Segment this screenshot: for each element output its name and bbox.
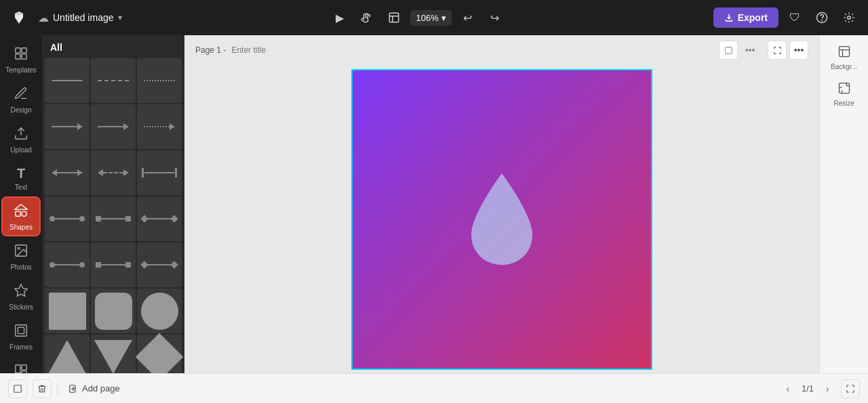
export-button[interactable]: Export bbox=[713, 7, 778, 28]
collage-icon bbox=[14, 363, 28, 373]
shape-handle-line-6[interactable] bbox=[137, 242, 182, 287]
resize-label: Resize bbox=[833, 100, 854, 107]
svg-rect-6 bbox=[16, 54, 20, 59]
shape-triangle-down[interactable] bbox=[91, 335, 136, 373]
settings-button[interactable] bbox=[838, 7, 860, 28]
photos-icon bbox=[14, 243, 28, 261]
canvas-corner-icons: ••• bbox=[719, 41, 760, 60]
expand-pages-button[interactable] bbox=[841, 379, 860, 398]
svg-rect-4 bbox=[16, 48, 20, 53]
shapes-panel-header: All bbox=[42, 35, 184, 58]
page-title-input[interactable] bbox=[231, 45, 333, 55]
sidebar-item-design[interactable]: Design bbox=[3, 81, 39, 118]
shape-line-dashed[interactable] bbox=[91, 58, 136, 103]
shape-line-end-bars[interactable] bbox=[137, 150, 182, 195]
sidebar-item-collage[interactable]: Collage bbox=[3, 358, 39, 373]
shapes-grid bbox=[42, 58, 184, 373]
zoom-level: 106% bbox=[416, 13, 438, 23]
shape-handle-line-4[interactable] bbox=[45, 242, 90, 287]
delete-page-button[interactable] bbox=[33, 379, 52, 398]
photos-label: Photos bbox=[10, 263, 31, 271]
next-page-button[interactable]: › bbox=[819, 381, 835, 397]
doc-info: ☁ Untitled image ▾ bbox=[38, 12, 122, 24]
play-button[interactable]: ▶ bbox=[329, 7, 351, 28]
topbar-right: Export 🛡 bbox=[713, 7, 860, 28]
prev-page-button[interactable]: ‹ bbox=[780, 381, 796, 397]
page-options-button[interactable] bbox=[8, 379, 27, 398]
add-page-button[interactable]: Add page bbox=[63, 381, 125, 396]
page-toolbar: ••• bbox=[768, 41, 808, 60]
shape-arrow-both-1[interactable] bbox=[45, 150, 90, 195]
upload-icon bbox=[14, 126, 28, 144]
page-label-bar: Page 1 - ••• ••• bbox=[184, 35, 819, 65]
sidebar-item-text[interactable]: T Text bbox=[3, 161, 39, 195]
doc-name[interactable]: Untitled image bbox=[53, 12, 114, 23]
redo-button[interactable]: ↪ bbox=[484, 7, 506, 28]
svg-rect-8 bbox=[16, 211, 20, 216]
shapes-label: Shapes bbox=[9, 224, 33, 231]
shape-diamond[interactable] bbox=[137, 335, 182, 373]
shape-arrow-right[interactable] bbox=[45, 104, 90, 149]
sidebar-nav: Templates Design Upload T Text Shapes bbox=[0, 35, 42, 373]
bottombar: Add page ‹ 1/1 › bbox=[0, 373, 868, 403]
sidebar-item-upload[interactable]: Upload bbox=[3, 121, 39, 158]
canvas-frame bbox=[353, 70, 651, 368]
right-panel-resize[interactable]: Resize bbox=[824, 77, 865, 111]
shape-triangle-up[interactable] bbox=[45, 335, 90, 373]
svg-rect-0 bbox=[390, 13, 399, 22]
design-icon bbox=[14, 86, 28, 104]
text-label: Text bbox=[15, 184, 27, 191]
text-icon: T bbox=[17, 166, 25, 182]
shape-handle-line-5[interactable] bbox=[91, 242, 136, 287]
sidebar-item-shapes[interactable]: Shapes bbox=[3, 198, 39, 235]
stickers-icon bbox=[14, 283, 28, 301]
app-logo[interactable] bbox=[8, 7, 30, 28]
upload-label: Upload bbox=[10, 146, 32, 154]
more-options-button[interactable]: ••• bbox=[789, 41, 808, 60]
fullscreen-button[interactable] bbox=[768, 41, 787, 60]
shape-handle-line-2[interactable] bbox=[91, 196, 136, 241]
shape-arrow-right-2[interactable] bbox=[91, 104, 136, 149]
sidebar-item-frames[interactable]: Frames bbox=[3, 318, 39, 355]
svg-rect-5 bbox=[22, 48, 26, 53]
layout-button[interactable] bbox=[383, 7, 405, 28]
canvas-scroll bbox=[184, 65, 819, 373]
right-panel-background[interactable]: Backgr... bbox=[824, 41, 865, 75]
add-page-label: Add page bbox=[82, 383, 120, 394]
sidebar-item-templates[interactable]: Templates bbox=[3, 41, 39, 78]
templates-icon bbox=[14, 46, 28, 64]
cloud-icon: ☁ bbox=[38, 12, 49, 24]
main-content: Templates Design Upload T Text Shapes bbox=[0, 35, 868, 373]
background-icon bbox=[837, 45, 851, 62]
canvas-icon-button[interactable] bbox=[719, 41, 738, 60]
shape-square[interactable] bbox=[45, 289, 90, 333]
undo-button[interactable]: ↩ bbox=[457, 7, 479, 28]
shape-arrow-both-2[interactable] bbox=[91, 150, 136, 195]
svg-point-2 bbox=[822, 20, 823, 21]
background-label: Backgr... bbox=[831, 63, 857, 70]
shape-line-solid[interactable] bbox=[45, 58, 90, 103]
shapes-panel: All bbox=[42, 35, 184, 373]
shape-handle-line-1[interactable] bbox=[45, 196, 90, 241]
shape-rounded-square[interactable] bbox=[91, 289, 136, 333]
svg-rect-15 bbox=[16, 365, 20, 373]
sidebar-item-photos[interactable]: Photos bbox=[3, 238, 39, 275]
svg-rect-14 bbox=[18, 327, 24, 333]
bottom-right: ‹ 1/1 › bbox=[780, 379, 860, 398]
shape-handle-line-3[interactable] bbox=[137, 196, 182, 241]
svg-rect-19 bbox=[839, 47, 849, 57]
shape-arrow-dotted-right[interactable] bbox=[137, 104, 182, 149]
design-label: Design bbox=[10, 106, 31, 114]
hand-tool-button[interactable] bbox=[356, 7, 378, 28]
svg-rect-20 bbox=[839, 83, 849, 93]
shape-circle[interactable] bbox=[137, 289, 182, 333]
page-counter: 1/1 bbox=[802, 383, 814, 394]
canvas-more-button[interactable]: ••• bbox=[741, 41, 760, 60]
sidebar-item-stickers[interactable]: Stickers bbox=[3, 278, 39, 315]
shape-line-dotted[interactable] bbox=[137, 58, 182, 103]
canvas-background[interactable] bbox=[353, 70, 651, 368]
doc-chevron-icon[interactable]: ▾ bbox=[118, 13, 122, 22]
zoom-control[interactable]: 106% ▾ bbox=[410, 10, 451, 26]
shield-button[interactable]: 🛡 bbox=[784, 7, 806, 28]
help-button[interactable] bbox=[811, 7, 833, 28]
